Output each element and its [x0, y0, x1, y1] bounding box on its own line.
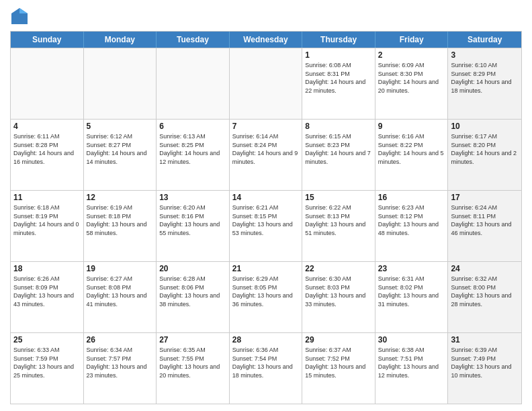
- day-info: Sunrise: 6:27 AMSunset: 8:08 PMDaylight:…: [87, 275, 154, 308]
- day-number: 21: [232, 264, 300, 273]
- day-info: Sunrise: 6:33 AMSunset: 7:59 PMDaylight:…: [13, 346, 81, 379]
- cal-cell-22: 22Sunrise: 6:30 AMSunset: 8:03 PMDayligh…: [302, 262, 375, 332]
- cal-header-friday: Friday: [375, 32, 449, 48]
- cal-cell-8: 8Sunrise: 6:15 AMSunset: 8:23 PMDaylight…: [302, 120, 375, 190]
- day-info: Sunrise: 6:15 AMSunset: 8:23 PMDaylight:…: [305, 132, 372, 166]
- day-info: Sunrise: 6:14 AMSunset: 8:24 PMDaylight:…: [232, 132, 300, 166]
- cal-cell-20: 20Sunrise: 6:28 AMSunset: 8:06 PMDayligh…: [157, 262, 230, 332]
- cal-cell-24: 24Sunrise: 6:32 AMSunset: 8:00 PMDayligh…: [448, 262, 521, 332]
- cal-cell-4: 4Sunrise: 6:11 AMSunset: 8:28 PMDaylight…: [11, 120, 84, 190]
- day-number: 20: [159, 264, 226, 273]
- day-number: 27: [159, 335, 226, 345]
- day-number: 16: [378, 193, 445, 202]
- cal-cell-13: 13Sunrise: 6:20 AMSunset: 8:16 PMDayligh…: [157, 191, 230, 261]
- cal-cell-6: 6Sunrise: 6:13 AMSunset: 8:25 PMDaylight…: [157, 120, 230, 190]
- day-number: 6: [159, 122, 226, 131]
- cal-cell-2: 2Sunrise: 6:09 AMSunset: 8:30 PMDaylight…: [375, 48, 449, 119]
- cal-cell-25: 25Sunrise: 6:33 AMSunset: 7:59 PMDayligh…: [11, 333, 84, 404]
- cal-cell-30: 30Sunrise: 6:38 AMSunset: 7:51 PMDayligh…: [375, 333, 449, 404]
- day-info: Sunrise: 6:34 AMSunset: 7:57 PMDaylight:…: [87, 346, 154, 379]
- day-number: 17: [451, 193, 519, 202]
- day-number: 22: [305, 264, 372, 273]
- cal-cell-11: 11Sunrise: 6:18 AMSunset: 8:19 PMDayligh…: [11, 191, 84, 261]
- cal-cell-18: 18Sunrise: 6:26 AMSunset: 8:09 PMDayligh…: [11, 262, 84, 332]
- day-number: 23: [378, 264, 445, 273]
- cal-cell-9: 9Sunrise: 6:16 AMSunset: 8:22 PMDaylight…: [375, 120, 449, 190]
- day-info: Sunrise: 6:30 AMSunset: 8:03 PMDaylight:…: [305, 275, 372, 308]
- day-number: 2: [378, 50, 445, 60]
- day-info: Sunrise: 6:24 AMSunset: 8:11 PMDaylight:…: [451, 203, 519, 237]
- cal-cell-16: 16Sunrise: 6:23 AMSunset: 8:12 PMDayligh…: [375, 191, 449, 261]
- day-number: 11: [13, 193, 81, 202]
- day-number: 4: [13, 122, 81, 131]
- svg-marker-1: [19, 8, 28, 13]
- day-number: 28: [232, 335, 300, 345]
- cal-cell-15: 15Sunrise: 6:22 AMSunset: 8:13 PMDayligh…: [302, 191, 375, 261]
- day-info: Sunrise: 6:19 AMSunset: 8:18 PMDaylight:…: [87, 203, 154, 237]
- cal-cell-empty-0-2: [157, 48, 230, 119]
- cal-header-sunday: Sunday: [11, 32, 84, 48]
- day-info: Sunrise: 6:08 AMSunset: 8:31 PMDaylight:…: [305, 61, 372, 95]
- day-number: 8: [305, 122, 372, 131]
- day-number: 24: [451, 264, 519, 273]
- day-number: 25: [13, 335, 81, 345]
- cal-cell-14: 14Sunrise: 6:21 AMSunset: 8:15 PMDayligh…: [230, 191, 303, 261]
- cal-cell-empty-0-0: [11, 48, 84, 119]
- cal-cell-12: 12Sunrise: 6:19 AMSunset: 8:18 PMDayligh…: [84, 191, 157, 261]
- day-info: Sunrise: 6:22 AMSunset: 8:13 PMDaylight:…: [305, 203, 372, 237]
- day-info: Sunrise: 6:13 AMSunset: 8:25 PMDaylight:…: [159, 132, 226, 166]
- day-info: Sunrise: 6:35 AMSunset: 7:55 PMDaylight:…: [159, 346, 226, 379]
- day-info: Sunrise: 6:09 AMSunset: 8:30 PMDaylight:…: [378, 61, 445, 95]
- cal-cell-empty-0-1: [84, 48, 157, 119]
- cal-cell-17: 17Sunrise: 6:24 AMSunset: 8:11 PMDayligh…: [448, 191, 521, 261]
- day-info: Sunrise: 6:17 AMSunset: 8:20 PMDaylight:…: [451, 132, 519, 166]
- calendar: SundayMondayTuesdayWednesdayThursdayFrid…: [10, 31, 522, 404]
- day-info: Sunrise: 6:29 AMSunset: 8:05 PMDaylight:…: [232, 275, 300, 308]
- cal-row-4: 25Sunrise: 6:33 AMSunset: 7:59 PMDayligh…: [11, 332, 521, 404]
- day-info: Sunrise: 6:26 AMSunset: 8:09 PMDaylight:…: [13, 275, 81, 308]
- cal-cell-7: 7Sunrise: 6:14 AMSunset: 8:24 PMDaylight…: [230, 120, 303, 190]
- cal-cell-21: 21Sunrise: 6:29 AMSunset: 8:05 PMDayligh…: [230, 262, 303, 332]
- cal-header-saturday: Saturday: [448, 32, 521, 48]
- cal-cell-5: 5Sunrise: 6:12 AMSunset: 8:27 PMDaylight…: [84, 120, 157, 190]
- day-info: Sunrise: 6:39 AMSunset: 7:49 PMDaylight:…: [451, 346, 519, 379]
- cal-row-1: 4Sunrise: 6:11 AMSunset: 8:28 PMDaylight…: [11, 119, 521, 190]
- day-info: Sunrise: 6:37 AMSunset: 7:52 PMDaylight:…: [305, 346, 372, 379]
- cal-row-0: 1Sunrise: 6:08 AMSunset: 8:31 PMDaylight…: [11, 48, 521, 119]
- day-number: 18: [13, 264, 81, 273]
- day-info: Sunrise: 6:31 AMSunset: 8:02 PMDaylight:…: [378, 275, 445, 308]
- cal-row-3: 18Sunrise: 6:26 AMSunset: 8:09 PMDayligh…: [11, 261, 521, 332]
- day-number: 14: [232, 193, 300, 202]
- day-number: 19: [87, 264, 154, 273]
- day-info: Sunrise: 6:18 AMSunset: 8:19 PMDaylight:…: [13, 203, 81, 237]
- day-info: Sunrise: 6:20 AMSunset: 8:16 PMDaylight:…: [159, 203, 226, 237]
- day-number: 29: [305, 335, 372, 345]
- day-info: Sunrise: 6:32 AMSunset: 8:00 PMDaylight:…: [451, 275, 519, 308]
- day-number: 12: [87, 193, 154, 202]
- cal-cell-1: 1Sunrise: 6:08 AMSunset: 8:31 PMDaylight…: [302, 48, 375, 119]
- day-info: Sunrise: 6:12 AMSunset: 8:27 PMDaylight:…: [87, 132, 154, 166]
- logo: [10, 7, 32, 26]
- cal-cell-29: 29Sunrise: 6:37 AMSunset: 7:52 PMDayligh…: [302, 333, 375, 404]
- cal-cell-27: 27Sunrise: 6:35 AMSunset: 7:55 PMDayligh…: [157, 333, 230, 404]
- day-info: Sunrise: 6:23 AMSunset: 8:12 PMDaylight:…: [378, 203, 445, 237]
- day-info: Sunrise: 6:10 AMSunset: 8:29 PMDaylight:…: [451, 61, 519, 95]
- cal-row-2: 11Sunrise: 6:18 AMSunset: 8:19 PMDayligh…: [11, 190, 521, 261]
- day-info: Sunrise: 6:21 AMSunset: 8:15 PMDaylight:…: [232, 203, 300, 237]
- cal-header-tuesday: Tuesday: [157, 32, 230, 48]
- day-number: 10: [451, 122, 519, 131]
- day-info: Sunrise: 6:11 AMSunset: 8:28 PMDaylight:…: [13, 132, 81, 166]
- day-number: 15: [305, 193, 372, 202]
- cal-cell-19: 19Sunrise: 6:27 AMSunset: 8:08 PMDayligh…: [84, 262, 157, 332]
- day-number: 31: [451, 335, 519, 345]
- day-info: Sunrise: 6:38 AMSunset: 7:51 PMDaylight:…: [378, 346, 445, 379]
- day-info: Sunrise: 6:16 AMSunset: 8:22 PMDaylight:…: [378, 132, 445, 166]
- cal-header-monday: Monday: [84, 32, 157, 48]
- day-number: 9: [378, 122, 445, 131]
- day-number: 5: [87, 122, 154, 131]
- day-number: 7: [232, 122, 300, 131]
- day-number: 30: [378, 335, 445, 345]
- cal-header-thursday: Thursday: [302, 32, 375, 48]
- page: SundayMondayTuesdayWednesdayThursdayFrid…: [0, 0, 532, 411]
- cal-cell-26: 26Sunrise: 6:34 AMSunset: 7:57 PMDayligh…: [84, 333, 157, 404]
